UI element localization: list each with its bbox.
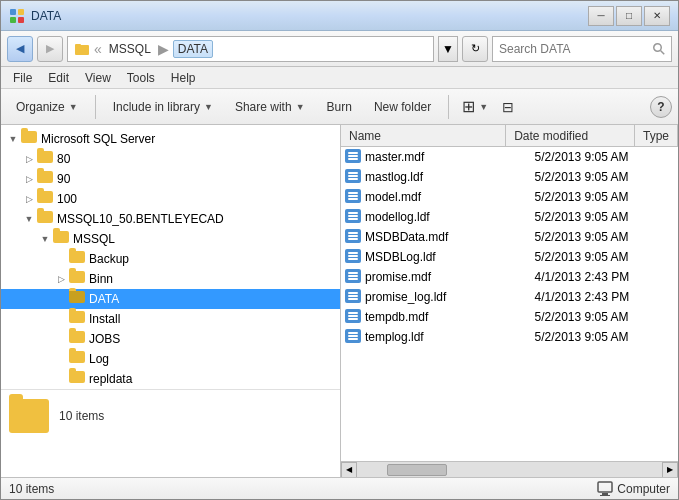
folder-icon-100 [37, 191, 53, 207]
file-item[interactable]: MSDBData.mdf 5/2/2013 9:05 AM SQL Serv..… [341, 227, 678, 247]
back-button[interactable]: ◀ [7, 36, 33, 62]
maximize-button[interactable]: □ [616, 6, 642, 26]
preview-count: 10 items [59, 409, 104, 423]
file-db-icon [345, 189, 361, 205]
toggle-data [53, 291, 69, 307]
file-item[interactable]: model.mdf 5/2/2013 9:05 AM SQL Serv... [341, 187, 678, 207]
menu-view[interactable]: View [77, 69, 119, 87]
tree-item-repldata[interactable]: repldata [1, 369, 340, 389]
toggle-100[interactable]: ▷ [21, 191, 37, 207]
hscroll-track[interactable] [357, 462, 662, 477]
hscroll-right[interactable]: ▶ [662, 462, 678, 478]
organize-arrow: ▼ [69, 102, 78, 112]
file-name: templog.ldf [365, 330, 534, 344]
svg-rect-8 [598, 482, 612, 492]
menu-tools[interactable]: Tools [119, 69, 163, 87]
menu-file[interactable]: File [5, 69, 40, 87]
new-folder-label: New folder [374, 100, 431, 114]
view-arrow: ▼ [479, 102, 488, 112]
label-repldata: repldata [89, 372, 132, 386]
tree-item-log[interactable]: Log [1, 349, 340, 369]
include-library-label: Include in library [113, 100, 200, 114]
help-button[interactable]: ? [650, 96, 672, 118]
tree-item-100[interactable]: ▷ 100 [1, 189, 340, 209]
tree-item-jobs[interactable]: JOBS [1, 329, 340, 349]
folder-icon-binn [69, 271, 85, 287]
menu-edit[interactable]: Edit [40, 69, 77, 87]
share-with-button[interactable]: Share with ▼ [226, 93, 314, 121]
label-mssql10: MSSQL10_50.BENTLEYECAD [57, 212, 224, 226]
file-modified: 5/2/2013 9:05 AM [534, 310, 674, 324]
svg-rect-2 [10, 17, 16, 23]
hscroll-thumb[interactable] [387, 464, 447, 476]
col-header-type[interactable]: Type [635, 125, 678, 146]
file-modified: 5/2/2013 9:05 AM [534, 210, 674, 224]
tree-item-data[interactable]: DATA [1, 289, 340, 309]
file-db-icon [345, 249, 361, 265]
search-input[interactable] [499, 42, 649, 56]
file-modified: 4/1/2013 2:43 PM [534, 290, 674, 304]
search-box[interactable] [492, 36, 672, 62]
address-dropdown[interactable]: ▼ [438, 36, 458, 62]
refresh-button[interactable]: ↻ [462, 36, 488, 62]
burn-button[interactable]: Burn [318, 93, 361, 121]
tree-item-90[interactable]: ▷ 90 [1, 169, 340, 189]
tree-item-binn[interactable]: ▷ Binn [1, 269, 340, 289]
tree-item-backup[interactable]: Backup [1, 249, 340, 269]
path-data[interactable]: DATA [173, 40, 213, 58]
status-items-count: 10 items [9, 482, 54, 496]
tree-item-mssql10[interactable]: ▼ MSSQL10_50.BENTLEYECAD [1, 209, 340, 229]
window-icon [9, 8, 25, 24]
hscrollbar[interactable]: ◀ ▶ [341, 461, 678, 477]
titlebar-left: DATA [9, 8, 61, 24]
minimize-button[interactable]: ─ [588, 6, 614, 26]
organize-button[interactable]: Organize ▼ [7, 93, 87, 121]
tree-item-80[interactable]: ▷ 80 [1, 149, 340, 169]
file-item[interactable]: promise_log.ldf 4/1/2013 2:43 PM SQL Ser… [341, 287, 678, 307]
toggle-sql-server[interactable]: ▼ [5, 131, 21, 147]
tree-item-mssql[interactable]: ▼ MSSQL [1, 229, 340, 249]
menu-help[interactable]: Help [163, 69, 204, 87]
file-list: master.mdf 5/2/2013 9:05 AM SQL Serv... … [341, 147, 678, 461]
toggle-install [53, 311, 69, 327]
address-path[interactable]: « MSSQL ▶ DATA [67, 36, 434, 62]
file-item[interactable]: master.mdf 5/2/2013 9:05 AM SQL Serv... [341, 147, 678, 167]
computer-icon [597, 481, 613, 497]
file-item[interactable]: templog.ldf 5/2/2013 9:05 AM SQL Serv... [341, 327, 678, 347]
path-mssql[interactable]: MSSQL [106, 42, 154, 56]
hscroll-left[interactable]: ◀ [341, 462, 357, 478]
search-icon [653, 43, 665, 55]
toggle-mssql10[interactable]: ▼ [21, 211, 37, 227]
file-db-icon [345, 289, 361, 305]
pane-button[interactable]: ⊟ [497, 93, 519, 121]
new-folder-button[interactable]: New folder [365, 93, 440, 121]
folder-icon [74, 41, 90, 57]
toggle-binn[interactable]: ▷ [53, 271, 69, 287]
tree-item-sql-server[interactable]: ▼ Microsoft SQL Server [1, 129, 340, 149]
share-with-label: Share with [235, 100, 292, 114]
separator1: « [94, 41, 102, 57]
label-backup: Backup [89, 252, 129, 266]
col-header-name[interactable]: Name [341, 125, 506, 146]
toggle-80[interactable]: ▷ [21, 151, 37, 167]
file-item[interactable]: modellog.ldf 5/2/2013 9:05 AM SQL Serv..… [341, 207, 678, 227]
file-item[interactable]: promise.mdf 4/1/2013 2:43 PM SQL Serv... [341, 267, 678, 287]
tree-item-install[interactable]: Install [1, 309, 340, 329]
close-button[interactable]: ✕ [644, 6, 670, 26]
tree-panel: ▼ Microsoft SQL Server ▷ 80 ▷ [1, 125, 341, 477]
forward-button[interactable]: ▶ [37, 36, 63, 62]
folder-icon-sql-server [21, 131, 37, 147]
organize-label: Organize [16, 100, 65, 114]
label-jobs: JOBS [89, 332, 120, 346]
file-item[interactable]: mastlog.ldf 5/2/2013 9:05 AM SQL Serv... [341, 167, 678, 187]
file-name: modellog.ldf [365, 210, 534, 224]
include-library-arrow: ▼ [204, 102, 213, 112]
folder-icon-mssql10 [37, 211, 53, 227]
toggle-mssql[interactable]: ▼ [37, 231, 53, 247]
file-item[interactable]: MSDBLog.ldf 5/2/2013 9:05 AM SQL Serv... [341, 247, 678, 267]
view-options-button[interactable]: ⊞▼ [457, 93, 493, 121]
col-header-modified[interactable]: Date modified [506, 125, 635, 146]
include-library-button[interactable]: Include in library ▼ [104, 93, 222, 121]
file-item[interactable]: tempdb.mdf 5/2/2013 9:05 AM SQL Serv... [341, 307, 678, 327]
toggle-90[interactable]: ▷ [21, 171, 37, 187]
